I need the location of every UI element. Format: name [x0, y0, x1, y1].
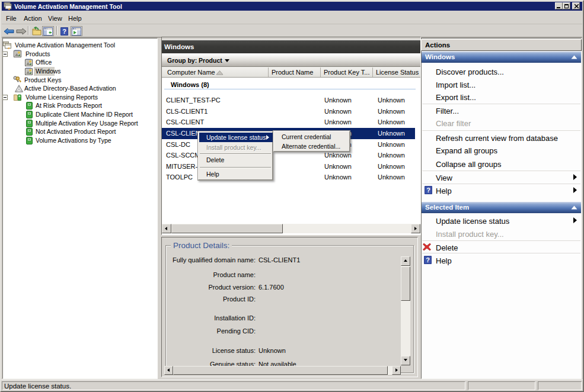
svg-text:?: ? [62, 28, 66, 35]
svg-text:?: ? [426, 187, 430, 194]
svg-text:?: ? [426, 256, 430, 264]
